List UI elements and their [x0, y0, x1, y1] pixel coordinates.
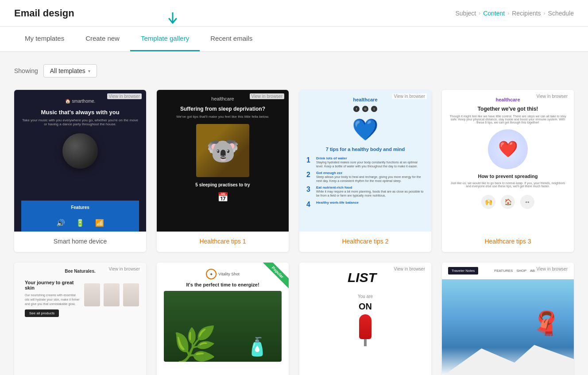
- icon-trio: 🙌 🏠 ↔️: [481, 195, 534, 209]
- content-area: Showing All templates ▾ View in browser …: [0, 52, 588, 375]
- view-in-browser-link-traveler[interactable]: View in browser: [535, 266, 569, 272]
- filter-dropdown-label: All templates: [50, 67, 85, 74]
- template-preview-bee-naturals: Bee Naturales. Your journey to great ski…: [14, 263, 146, 375]
- on-air-display: You are ON: [358, 294, 373, 339]
- microphone-illustration: [359, 314, 371, 339]
- template-preview-healthcare-2: healthcare f ◎ t 💙 7 tips for a healthy …: [299, 90, 431, 232]
- view-in-browser-link[interactable]: View in browser: [107, 93, 142, 99]
- card-image-smart-home: View in browser 🏠 smarthome. Music that'…: [14, 90, 146, 232]
- breadcrumb-content[interactable]: Content: [483, 10, 505, 17]
- tip-desc-2: Sleep allows your body to heal and recha…: [316, 175, 424, 183]
- tab-my-templates[interactable]: My templates: [14, 27, 75, 51]
- wash-hands-icon: 🙌: [481, 195, 495, 209]
- filter-row: Showing All templates ▾: [14, 64, 574, 77]
- vitality-headline: It's the perfect time to energize!: [186, 282, 259, 287]
- hc3-subtext: Though it might feel like we have little…: [449, 115, 567, 124]
- tip-num-4: 4: [306, 201, 313, 209]
- tip-title-2: Got enough zzz: [316, 171, 424, 175]
- card-image-healthcare-1: View in browser healthcare Suffering fro…: [157, 90, 289, 232]
- bee-headline: Your journey to great skin: [21, 280, 81, 290]
- view-in-browser-link-hc3[interactable]: View in browser: [535, 93, 569, 99]
- popular-badge-text: Popular: [261, 263, 289, 289]
- tip-2: 2 Got enough zzz Sleep allows your body …: [306, 171, 424, 183]
- template-preview-smart-home: 🏠 smarthome. Music that's always with yo…: [14, 90, 146, 232]
- template-grid-row2: View in browser Bee Naturales. Your jour…: [14, 263, 574, 375]
- koala-illustration: [196, 124, 249, 177]
- bluetooth-icon: 📶: [95, 219, 104, 227]
- view-in-browser-link-hc1[interactable]: View in browser: [250, 93, 284, 99]
- breadcrumb: Subject › Content › Recipients › Schedul…: [455, 10, 574, 17]
- vitality-logo-circle: ✦: [206, 269, 217, 279]
- on-text: ON: [359, 302, 372, 312]
- breadcrumb-recipients[interactable]: Recipients: [512, 10, 541, 17]
- bee-content-row: Your journey to great skin Our nourishin…: [21, 280, 139, 317]
- tip-num-2: 2: [306, 171, 313, 183]
- template-card-healthcare-1[interactable]: View in browser healthcare Suffering fro…: [157, 90, 289, 252]
- hc3-headline: Together we've got this!: [478, 106, 538, 112]
- view-in-browser-link-hc2[interactable]: View in browser: [392, 93, 427, 99]
- template-card-healthcare-2[interactable]: View in browser healthcare f ◎ t 💙 7 tip…: [299, 90, 431, 252]
- product-box-3: [123, 283, 139, 306]
- breadcrumb-sep-3: ›: [544, 10, 545, 16]
- breadcrumb-schedule[interactable]: Schedule: [548, 10, 574, 17]
- bee-brand: Bee Naturales.: [65, 269, 95, 274]
- tip-1: 1 Drink lots of water Staying hydrated m…: [306, 156, 424, 168]
- card-title-smart-home: Smart home device: [14, 232, 146, 252]
- vitality-brand: ✦ Vitality Shot: [206, 269, 239, 279]
- prevent-headline: How to prevent spreading: [478, 174, 538, 179]
- tip-desc-1: Staying hydrated makes sure your body co…: [316, 160, 424, 168]
- tip-num-3: 3: [306, 186, 313, 197]
- tab-create-new[interactable]: Create new: [75, 27, 130, 51]
- chevron-down-icon: ▾: [88, 69, 90, 73]
- instagram-icon: ◎: [362, 106, 368, 112]
- hc1-footer: 5 sleeping practises to try: [195, 182, 250, 187]
- vitality-brand-name: Vitality Shot: [218, 272, 239, 276]
- card-title-hc3: Healthcare tips 3: [442, 232, 574, 252]
- social-icons: f ◎ t: [353, 106, 377, 112]
- battery-icon: 🔋: [76, 219, 85, 227]
- tip-4: 4 Healthy work-life balance: [306, 201, 424, 209]
- tip-content-2: Got enough zzz Sleep allows your body to…: [316, 171, 424, 183]
- you-are-text: You are: [358, 294, 373, 299]
- icon-trio-washHands: 🙌: [481, 195, 495, 209]
- traveler-mountain-image: 🧣: [442, 279, 574, 375]
- product-box-2: [104, 283, 120, 306]
- card-title-hc1: Healthcare tips 1: [157, 232, 289, 252]
- tip-3: 3 Eat nutrient-rich food While it may re…: [306, 186, 424, 197]
- facebook-icon: f: [353, 106, 360, 112]
- card-image-bee-naturals: View in browser Bee Naturales. Your jour…: [14, 263, 146, 375]
- stay-home-icon: 🏠: [501, 195, 515, 209]
- hc2-brand: healthcare: [353, 97, 377, 102]
- bee-subtext: Our nourishing creams with essential oil…: [21, 293, 81, 306]
- template-card-vitality-shot[interactable]: View in browser Popular ✦ Vitality Shot …: [157, 263, 289, 375]
- template-card-healthcare-3[interactable]: View in browser healthcare Together we'v…: [442, 90, 574, 252]
- template-preview-traveler: Traveler Notes FEATURES SHOP ABOUT COMMU…: [442, 263, 574, 375]
- template-card-smart-home[interactable]: View in browser 🏠 smarthome. Music that'…: [14, 90, 146, 252]
- card-title-hc2: Healthcare tips 2: [299, 232, 431, 252]
- tab-template-gallery[interactable]: Template gallery: [130, 27, 200, 51]
- person-illustration: 🧣: [532, 310, 561, 337]
- preview-subtext: Take your music with you everywhere you …: [21, 118, 139, 126]
- template-card-list-mag[interactable]: View in browser LIST You are ON List Mag…: [299, 263, 431, 375]
- tab-recent-emails[interactable]: Recent emails: [200, 27, 263, 51]
- breadcrumb-sep-1: ›: [479, 10, 480, 16]
- breadcrumb-subject[interactable]: Subject: [455, 10, 476, 17]
- twitter-icon: t: [371, 106, 377, 112]
- icon-row: 🔊 🔋 📶: [21, 214, 139, 232]
- calendar-icon: 📅: [217, 192, 228, 202]
- filter-dropdown[interactable]: All templates ▾: [43, 64, 97, 77]
- template-card-bee-naturals[interactable]: View in browser Bee Naturales. Your jour…: [14, 263, 146, 375]
- hc1-brand: healthcare: [211, 96, 234, 101]
- popular-ribbon: Popular: [258, 263, 289, 294]
- view-in-browser-link-list[interactable]: View in browser: [392, 266, 427, 272]
- nav-tabs: My templates Create new Template gallery…: [0, 27, 588, 52]
- health3-illustration: ❤️: [488, 129, 528, 169]
- showing-label: Showing: [14, 67, 38, 74]
- card-image-traveler: View in browser Traveler Notes FEATURES …: [442, 263, 574, 375]
- template-preview-healthcare-1: healthcare Suffering from sleep deprivat…: [157, 90, 289, 232]
- list-logo: LIST: [348, 269, 383, 287]
- product-box-1: [84, 283, 100, 306]
- template-card-traveler-notes[interactable]: View in browser Traveler Notes FEATURES …: [442, 263, 574, 375]
- view-in-browser-link-bee[interactable]: View in browser: [107, 266, 142, 272]
- card-image-healthcare-3: View in browser healthcare Together we'v…: [442, 90, 574, 232]
